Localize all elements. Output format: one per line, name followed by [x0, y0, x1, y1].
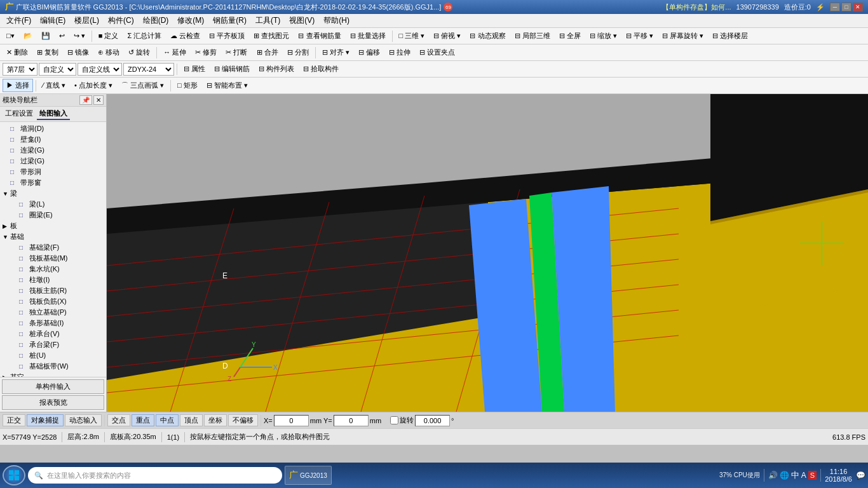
view-rebar-button[interactable]: ⊟ 查看钢筋量 [294, 29, 344, 43]
taskbar-icon-sound[interactable]: 🔊 [768, 471, 778, 480]
menu-about[interactable]: 视图(V) [285, 14, 318, 27]
snap-object[interactable]: 对象捕捉 [27, 414, 64, 426]
search-bar[interactable]: 🔍 在这里输入你要搜索的内容 [28, 467, 282, 484]
rect-tool-button[interactable]: □ 矩形 [173, 79, 201, 92]
taskbar-icon-s[interactable]: S [808, 471, 817, 480]
tree-item[interactable]: □基础板带(W) [1, 361, 105, 372]
snap-dynamic[interactable]: 动态输入 [65, 414, 102, 426]
tree-item[interactable]: ▼基础 [1, 231, 105, 242]
tree-item[interactable]: □筏板负筋(X) [1, 296, 105, 307]
undo-button[interactable]: ↩ [55, 30, 69, 42]
menu-draw[interactable]: 绘图(D) [139, 14, 173, 27]
tree-item[interactable]: □筏板主筋(R) [1, 285, 105, 296]
taskbar-icon-input[interactable]: 中 [791, 470, 799, 481]
snap-vertex[interactable]: 顶点 [180, 414, 203, 426]
select-floor-button[interactable]: ⊟ 选择楼层 [709, 29, 752, 43]
start-button[interactable] [3, 465, 25, 485]
y-input[interactable] [334, 415, 369, 426]
tree-item[interactable]: □基础梁(F) [1, 242, 105, 253]
fullscreen-button[interactable]: ⊟ 全屏 [555, 29, 585, 43]
menu-extra[interactable]: 帮助(H) [320, 14, 353, 27]
single-save-link[interactable]: 【单构件存盘】如何... [662, 3, 731, 12]
trim-button[interactable]: ✂ 修剪 [191, 46, 220, 59]
tree-item[interactable]: □承台梁(F) [1, 339, 105, 350]
tree-item[interactable]: □带形洞 [1, 166, 105, 177]
offset-button[interactable]: ⊟ 偏移 [355, 46, 384, 59]
line-tool-button[interactable]: ∕ 直线 ▾ [39, 79, 69, 92]
nav-link-draw[interactable]: 绘图输入 [37, 108, 70, 120]
copy-button[interactable]: ⊞ 复制 [33, 46, 62, 59]
grip-button[interactable]: ⊟ 设置夹点 [416, 46, 459, 59]
3d-button[interactable]: □ 三维 ▾ [395, 29, 429, 43]
rotate-button[interactable]: ↺ 旋转 [125, 46, 154, 59]
tree-item[interactable]: □连梁(G) [1, 145, 105, 156]
save-button[interactable]: 💾 [37, 30, 54, 42]
dynamic-obs-button[interactable]: ⊟ 动态观察 [466, 29, 509, 43]
break-button[interactable]: ✂ 打断 [222, 46, 251, 59]
x-input[interactable] [274, 415, 309, 426]
point-length-button[interactable]: • 点加长度 ▾ [71, 79, 116, 92]
pan-button[interactable]: ⊟ 平移 ▾ [622, 29, 657, 43]
open-button[interactable]: 📂 [20, 30, 36, 42]
maximize-button[interactable]: □ [841, 3, 851, 11]
menu-view[interactable]: 楼层(L) [71, 14, 103, 27]
select-tool-button[interactable]: ▶ 选择 [3, 79, 33, 92]
smart-place-button[interactable]: ⊟ 智能布置 ▾ [203, 79, 252, 92]
tree-item[interactable]: ▼梁 [1, 188, 105, 199]
edit-rebar-button[interactable]: ⊟ 编辑钢筋 [210, 62, 254, 76]
align-button[interactable]: ⊟ 对齐 ▾ [318, 46, 353, 59]
taskbar-icon-network[interactable]: 🌐 [780, 471, 789, 480]
tree-item[interactable]: □梁(L) [1, 199, 105, 210]
code-select[interactable]: ZDYX-24 [123, 63, 174, 76]
tree-item[interactable]: □壁龛(I) [1, 134, 105, 145]
batch-select-button[interactable]: ⊟ 批量选择 [346, 29, 390, 43]
tree-item[interactable]: □筏板基础(M) [1, 253, 105, 264]
menu-modify[interactable]: 修改(M) [173, 14, 208, 27]
menu-file[interactable]: 文件(F) [3, 14, 35, 27]
tree-item[interactable]: □圈梁(E) [1, 210, 105, 220]
component-list-button[interactable]: ⊟ 构件列表 [255, 62, 298, 76]
nav-close-button[interactable]: ✕ [93, 95, 104, 105]
merge-button[interactable]: ⊞ 合并 [253, 46, 282, 59]
tree-item[interactable]: ▶其它 [1, 372, 105, 377]
rotate-checkbox[interactable] [390, 416, 398, 424]
snap-no-offset[interactable]: 不偏移 [228, 414, 258, 426]
move-button[interactable]: ⊕ 移动 [94, 46, 123, 59]
tree-item[interactable]: □桩承台(V) [1, 329, 105, 339]
snap-intersection[interactable]: 交点 [107, 414, 130, 426]
summary-button[interactable]: Σ 汇总计算 [123, 29, 165, 43]
close-button[interactable]: ✕ [853, 3, 863, 11]
menu-edit[interactable]: 编辑(E) [36, 14, 69, 27]
menu-tools[interactable]: 构件(C) [104, 14, 138, 27]
nav-pin-button[interactable]: 📌 [79, 95, 92, 105]
tree-item[interactable]: □带形窗 [1, 177, 105, 188]
cloud-check-button[interactable]: ☁ 云检查 [166, 29, 204, 43]
taskbar-icon-a[interactable]: A [801, 471, 806, 480]
define-button[interactable]: ■ ■定义定义 [95, 29, 123, 43]
floor-select[interactable]: 第7层 [3, 63, 37, 76]
arc-tool-button[interactable]: ⌒ 三点画弧 ▾ [118, 79, 168, 92]
minimize-button[interactable]: ─ [830, 3, 840, 11]
mirror-button[interactable]: ⊟ 镜像 [64, 46, 93, 59]
delete-button[interactable]: ✕ 删除 [3, 46, 32, 59]
snap-midpoint[interactable]: 重点 [132, 414, 154, 426]
3d-viewport[interactable]: X Y Z E D [107, 94, 868, 412]
align-top-button[interactable]: ⊟ 平齐板顶 [205, 29, 248, 43]
pick-component-button[interactable]: ⊟ 拾取构件 [299, 62, 342, 76]
def-select[interactable]: 自定义 [39, 63, 76, 76]
snap-orthogonal[interactable]: 正交 [3, 414, 25, 426]
nav-link-settings[interactable]: 工程设置 [3, 108, 36, 120]
tree-item[interactable]: □集水坑(K) [1, 264, 105, 274]
tree-item[interactable]: □柱墩(I) [1, 274, 105, 285]
redo-button[interactable]: ↪ ▾ [70, 30, 89, 42]
menu-report[interactable]: 钢筋量(R) [209, 14, 250, 27]
find-element-button[interactable]: ⊞ 查找图元 [250, 29, 293, 43]
line-select[interactable]: 自定义线 [78, 63, 122, 76]
rotate-input[interactable] [415, 415, 450, 426]
property-button[interactable]: ⊟ 属性 [180, 62, 209, 76]
tree-item[interactable]: □条形基础(I) [1, 318, 105, 329]
stretch-button[interactable]: ⊟ 拉伸 [385, 46, 414, 59]
tree-item[interactable]: □墙洞(D) [1, 123, 105, 134]
snap-coord[interactable]: 坐标 [204, 414, 227, 426]
snap-center[interactable]: 中点 [156, 414, 179, 426]
